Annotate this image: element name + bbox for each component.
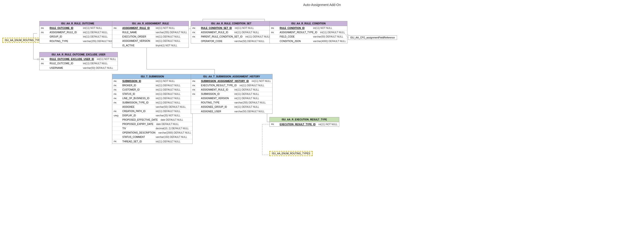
table-row: OPERATIONS_DESCRIPTION varchar(2000) DEF… — [112, 131, 192, 135]
table-row: ASSIGNMENT_VERSION int(11) DEFAULT NULL — [191, 96, 272, 100]
label-isu-aa-enum-routing-types-bottom: ISU_AA_ENUM_ROUTING_TYPES — [270, 151, 312, 156]
table-row: FK RULE_OUTCOME_ID int(11) DEFAULT NULL — [40, 61, 118, 66]
table-header-assignment-history: ISU_AA_T_SUBMISSION_ASSIGNMENT_HISTORY — [191, 74, 272, 79]
table-header-exclude-user: ISU_AA_R_RULE_OUTCOME_EXCLUDE_USER — [40, 52, 118, 57]
label-isu-aa-enum-routing-types-left: ISU_AA_ENUM_ROUTING_TYPES — [2, 38, 46, 43]
table-row: OPERATOR_CODE varchar(50) DEFAULT NULL — [191, 39, 272, 43]
table-row: ASSIGNEE_GROUP_ID int(11) DEFAULT NULL — [191, 105, 272, 109]
table-row: FK BROKER_ID int(11) DEFAULT NULL — [112, 83, 192, 88]
table-row: FIELD_CODE varchar(50) DEFAULT NULL — [270, 35, 347, 39]
table-header-rule-outcome: ISU_AA_R_RULE_OUTCOME — [40, 21, 116, 26]
table-row: RULE_NAME varchar(255) DEFAULT NULL — [112, 30, 188, 35]
table-row: TIV decimal(10, 2) DEFAULT NULL — [112, 126, 192, 131]
table-row: GROUP_ID int(11) DEFAULT NULL — [40, 35, 116, 39]
table-row: FK CUSTOMER_ID int(11) DEFAULT NULL — [112, 88, 192, 92]
table-row: IS_ACTIVE tinyint(1) NOT NULL — [112, 43, 188, 48]
table-row: ASSIGNEE varchar(50) DEFAULT NULL — [112, 105, 192, 109]
table-isu-aa-r-assignment-rule: ISU_AA_R_ASSIGNMENT_RULE PK ASSIGNMENT_R… — [112, 21, 189, 48]
table-row: FK SUBMISSION_TYPE_ID int(11) DEFAULT NU… — [112, 100, 192, 105]
table-row: ASSIGNMENT_VERSION int(11) DEFAULT NULL — [112, 39, 188, 43]
table-isu-aa-r-rule-outcome: ISU_AA_R_RULE_OUTCOME PK RULE_OUTCOME_ID… — [39, 21, 116, 44]
table-row: PK RULE_OUTCOME_EXCLUDE_USER_ID int(11) … — [40, 57, 118, 61]
table-row: EXECUTION_ORDER int(11) DEFAULT NULL — [112, 35, 188, 39]
table-row: UNQ DISPLAY_ID varchar(20) NOT NULL — [112, 113, 192, 118]
table-row: PROPOSED_EFFECTIVE_DATE date DEFAULT NUL… — [112, 118, 192, 122]
table-row: PK RULE_CONDITION_SET_ID int(11) NOT NUL… — [191, 26, 272, 30]
label-isu-aa-cfg-assignment-field-reference: ISU_AA_CFG_assignmentFieldReference — [348, 35, 397, 40]
table-row: FK EXECUTION_RESULT_TYPE_ID int(11) DEFA… — [191, 83, 272, 88]
page-title: Auto-Assignment Add-On — [0, 0, 644, 9]
table-header-rule-condition: ISU_AA_R_RULE_CONDITION — [270, 21, 347, 26]
table-row: FK STATUS_ID int(11) DEFAULT NULL — [112, 92, 192, 96]
table-isu-t-submission: ISU_T_SUBMISSION PK SUBMISSION_ID int(11… — [112, 74, 193, 144]
table-row: ROUTING_TYPE varchar(255) DEFAULT NULL — [40, 39, 116, 43]
table-row: PK SUBMISSION_ASSIGNMENT_HISTORY_ID int(… — [191, 79, 272, 83]
table-header-condition-set: ISU_AA_R_RULE_CONDITION_SET — [191, 21, 272, 26]
table-isu-aa-t-submission-assignment-history: ISU_AA_T_SUBMISSION_ASSIGNMENT_HISTORY P… — [191, 74, 272, 114]
table-isu-aa-r-rule-outcome-exclude-user: ISU_AA_R_RULE_OUTCOME_EXCLUDE_USER PK RU… — [39, 52, 118, 70]
table-row: STATUS_COMMENT varchar(150) DEFAULT NULL — [112, 135, 192, 139]
table-row: PK RULE_CONDITION_ID int(11) NOT NULL — [270, 26, 347, 30]
table-header-submission: ISU_T_SUBMISSION — [112, 74, 192, 79]
table-header-execution-result-type: ISU_AA_R_EXECUTION_RESULT_TYPE — [270, 117, 339, 122]
table-row: USERNAME varchar(50) DEFAULT NULL — [40, 66, 118, 70]
table-isu-aa-r-rule-condition-set: ISU_AA_R_RULE_CONDITION_SET PK RULE_COND… — [191, 21, 272, 44]
table-isu-aa-r-rule-condition: ISU_AA_R_RULE_CONDITION PK RULE_CONDITIO… — [270, 21, 348, 44]
table-row: FK CREATION_PATH_ID int(11) DEFAULT NULL — [112, 109, 192, 113]
table-row: FK PARENT_RULE_CONDITION_SET_ID int(11) … — [191, 35, 272, 39]
table-row: FK ASSIGNMENT_RESULT_TYPE_ID int(11) DEF… — [270, 30, 347, 35]
table-row: FK ASSIGNMENT_RULE_ID int(11) DEFAULT NU… — [191, 30, 272, 35]
canvas: Auto-Assignment Add-On — [0, 0, 644, 232]
table-row: PK SUBMISSION_ID int(11) NOT NULL — [112, 79, 192, 83]
table-row: FK LINE_OF_BUSINESS_ID int(11) DEFAULT N… — [112, 96, 192, 100]
table-row: PK RULE_OUTCOME_ID int(11) NOT NULL — [40, 26, 116, 30]
table-header-assignment-rule: ISU_AA_R_ASSIGNMENT_RULE — [112, 21, 188, 26]
table-row: PROPOSED_EXPIRY_DATE date DEFAULT NULL — [112, 122, 192, 126]
table-row: FK ASSIGNMENT_RULE_ID int(11) DEFAULT NU… — [40, 30, 116, 35]
table-row: PK ASSIGNMENT_RULE_ID int(11) NOT NULL — [112, 26, 188, 30]
table-row: ASSIGNEE_USER varchar(50) DEFAULT NULL — [191, 109, 272, 113]
table-row: FK ASSIGNMENT_RULE_ID int(11) DEFAULT NU… — [191, 88, 272, 92]
table-row: PK EXECUTION_RESULT_TYPE_ID int(11) NOT … — [270, 122, 339, 126]
table-row: FK THREAD_SET_ID int(11) DEFAULT NULL — [112, 139, 192, 144]
table-row: FK SUBMISSION_ID int(11) DEFAULT NULL — [191, 92, 272, 96]
table-row: CONDITION_JSON varchar(4000) DEFAULT NUL… — [270, 39, 347, 43]
table-row: ROUTING_TYPE varchar(255) DEFAULT NULL — [191, 100, 272, 105]
table-isu-aa-r-execution-result-type: ISU_AA_R_EXECUTION_RESULT_TYPE PK EXECUT… — [270, 117, 339, 127]
